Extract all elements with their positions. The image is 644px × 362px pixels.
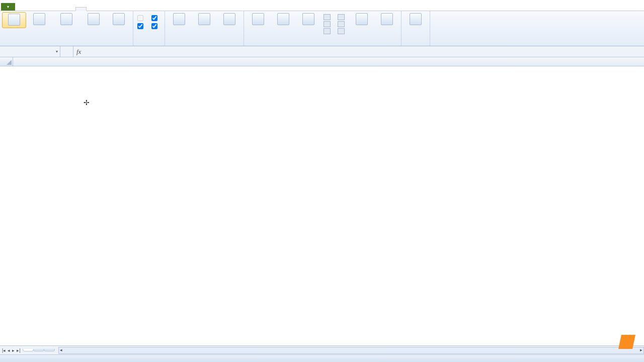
group-show (133, 11, 165, 46)
switch-windows-icon (381, 13, 393, 25)
sync-scroll-button (338, 21, 347, 27)
full-screen-icon (113, 13, 125, 25)
split-icon (324, 14, 331, 20)
fx-icon[interactable]: fx (73, 48, 84, 56)
normal-view-button[interactable] (2, 12, 26, 28)
sync-scroll-icon (338, 21, 345, 27)
column-headers (0, 57, 644, 66)
group-label (404, 45, 428, 46)
new-window-icon (252, 13, 264, 25)
split-button[interactable] (324, 14, 333, 20)
page-break-icon (60, 13, 72, 25)
switch-windows-button[interactable] (375, 12, 399, 27)
cursor-icon: ✢ (84, 99, 90, 107)
zoom-100-button[interactable] (192, 12, 216, 27)
group-macros (401, 11, 430, 46)
horizontal-scrollbar[interactable] (58, 347, 644, 354)
zoom-selection-button[interactable] (217, 12, 242, 27)
macros-icon (410, 13, 422, 25)
reset-position-icon (338, 28, 345, 34)
arrange-all-button[interactable] (271, 12, 295, 27)
custom-views-icon (88, 13, 100, 25)
group-label (135, 45, 163, 46)
save-workspace-button[interactable] (350, 12, 374, 27)
formula-bar: fx (0, 46, 644, 57)
group-label (2, 45, 131, 46)
page-break-button[interactable] (52, 12, 80, 27)
group-zoom (165, 11, 244, 46)
tab-view[interactable] (75, 7, 87, 11)
tab-insert[interactable] (25, 8, 35, 11)
sheet-tab-user-creation[interactable] (44, 349, 55, 351)
unhide-button (324, 28, 333, 34)
macros-button[interactable] (404, 12, 428, 27)
zoom-selection-icon (223, 13, 235, 25)
watermark-logo (617, 335, 634, 349)
group-workbook-views (0, 11, 133, 46)
gridlines-checkbox[interactable] (137, 23, 145, 29)
tab-formulas[interactable] (45, 8, 55, 11)
hide-button[interactable] (324, 21, 333, 27)
unhide-icon (324, 28, 331, 34)
new-window-button[interactable] (246, 12, 270, 27)
headings-checkbox[interactable] (151, 23, 159, 29)
custom-views-button[interactable] (82, 12, 106, 27)
sheet-tab-users[interactable] (23, 349, 34, 351)
hide-icon (324, 21, 331, 27)
ribbon-tabs (0, 0, 644, 11)
sheet-tab-last-login[interactable] (33, 349, 44, 351)
ruler-checkbox[interactable] (137, 15, 145, 21)
ribbon (0, 11, 644, 46)
formula-bar-checkbox[interactable] (151, 15, 159, 21)
sheet-nav[interactable]: |◂◂▸▸| (0, 348, 23, 353)
cancel-icon (60, 46, 73, 57)
file-tab[interactable] (1, 3, 15, 11)
name-box[interactable] (0, 46, 60, 57)
side-by-side-icon (338, 14, 345, 20)
tab-data[interactable] (55, 8, 65, 11)
flag-icon (618, 335, 635, 349)
group-label (246, 45, 399, 46)
tab-review[interactable] (65, 8, 75, 11)
freeze-panes-button[interactable] (296, 12, 320, 27)
zoom-icon (173, 13, 185, 25)
tab-home[interactable] (15, 8, 25, 11)
select-all-corner[interactable] (0, 57, 13, 66)
freeze-panes-icon (302, 13, 314, 25)
group-label (167, 45, 242, 46)
save-workspace-icon (356, 13, 368, 25)
zoom-100-icon (198, 13, 210, 25)
arrange-all-icon (277, 13, 289, 25)
full-screen-button[interactable] (107, 12, 131, 27)
status-bar (0, 354, 644, 362)
page-layout-icon (33, 13, 45, 25)
tab-page-layout[interactable] (35, 8, 45, 11)
side-by-side-button (338, 14, 347, 20)
normal-view-icon (8, 14, 20, 26)
zoom-button[interactable] (167, 12, 191, 27)
page-layout-button[interactable] (27, 12, 51, 27)
sheet-tabs: |◂◂▸▸| (0, 345, 644, 354)
spreadsheet-grid (0, 57, 644, 66)
reset-position-button (338, 28, 347, 34)
group-window (244, 11, 401, 46)
